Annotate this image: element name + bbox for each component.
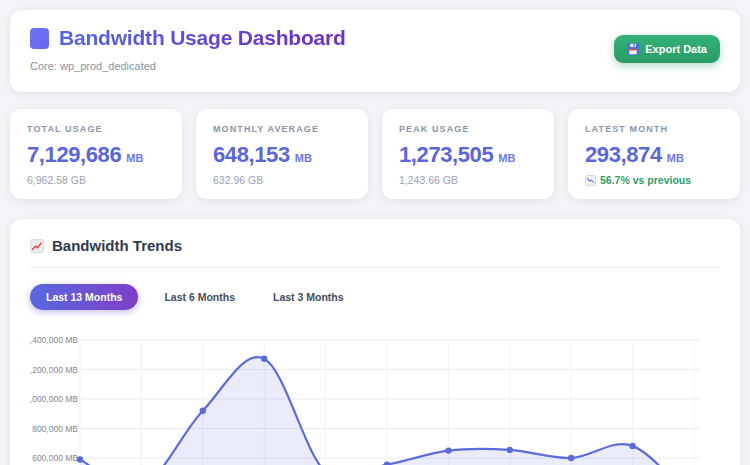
svg-text:1,400,000 MB: 1,400,000 MB <box>30 335 78 345</box>
svg-text:1,000,000 MB: 1,000,000 MB <box>30 394 78 404</box>
dashboard-page: Bandwidth Usage Dashboard Core: wp_prod_… <box>0 0 750 465</box>
stat-subvalue: 632.96 GB <box>213 174 351 186</box>
stat-subvalue: 1,243.66 GB <box>399 174 537 186</box>
stat-unit: MB <box>126 152 143 164</box>
tab-last-3-months[interactable]: Last 3 Months <box>261 285 356 309</box>
page-title: Bandwidth Usage Dashboard <box>59 26 346 50</box>
trends-header: Bandwidth Trends <box>30 237 720 254</box>
chart-decreasing-icon <box>585 175 596 186</box>
header-card: Bandwidth Usage Dashboard Core: wp_prod_… <box>10 10 740 92</box>
title-row: Bandwidth Usage Dashboard <box>30 26 346 50</box>
floppy-disk-icon <box>627 43 639 55</box>
svg-text:600,000 MB: 600,000 MB <box>32 453 78 463</box>
stat-card-total-usage: TOTAL USAGE 7,129,686 MB 6,962.58 GB <box>10 109 182 199</box>
stat-value: 648,153 <box>213 142 290 168</box>
stat-card-peak-usage: PEAK USAGE 1,273,505 MB 1,243.66 GB <box>382 109 554 199</box>
stats-row: TOTAL USAGE 7,129,686 MB 6,962.58 GB MON… <box>10 109 740 199</box>
svg-text:800,000 MB: 800,000 MB <box>32 424 78 434</box>
stat-unit: MB <box>295 152 312 164</box>
export-button-label: Export Data <box>645 43 707 55</box>
header-left: Bandwidth Usage Dashboard Core: wp_prod_… <box>30 26 346 72</box>
chart-increasing-icon <box>30 239 44 253</box>
stat-label: LATEST MONTH <box>585 124 723 134</box>
bandwidth-trends-card: Bandwidth Trends Last 13 Months Last 6 M… <box>10 219 740 465</box>
svg-text:1,200,000 MB: 1,200,000 MB <box>30 365 78 375</box>
core-subtitle: Core: wp_prod_dedicated <box>30 60 346 72</box>
stat-label: MONTHLY AVERAGE <box>213 124 351 134</box>
indigo-square-icon <box>30 28 49 49</box>
stat-subvalue: 6,962.58 GB <box>27 174 165 186</box>
stat-unit: MB <box>498 152 515 164</box>
stat-unit: MB <box>667 152 684 164</box>
stat-label: TOTAL USAGE <box>27 124 165 134</box>
trend-chart-svg[interactable]: 1,400,000 MB1,200,000 MB1,000,000 MB800,… <box>30 326 720 465</box>
stat-change: 56.7% vs previous <box>585 174 723 186</box>
tab-last-6-months[interactable]: Last 6 Months <box>152 285 247 309</box>
trend-range-tabs: Last 13 Months Last 6 Months Last 3 Mont… <box>30 284 720 310</box>
trends-title: Bandwidth Trends <box>52 237 182 254</box>
export-data-button[interactable]: Export Data <box>614 35 720 63</box>
divider <box>30 267 720 268</box>
stat-value: 1,273,505 <box>399 142 493 168</box>
bandwidth-trend-chart[interactable]: 1,400,000 MB1,200,000 MB1,000,000 MB800,… <box>30 326 720 465</box>
stat-change-text: 56.7% vs previous <box>600 174 691 186</box>
stat-label: PEAK USAGE <box>399 124 537 134</box>
stat-card-monthly-average: MONTHLY AVERAGE 648,153 MB 632.96 GB <box>196 109 368 199</box>
stat-card-latest-month: LATEST MONTH 293,874 MB 56.7% vs previou… <box>568 109 740 199</box>
stat-value: 293,874 <box>585 142 662 168</box>
stat-value: 7,129,686 <box>27 142 121 168</box>
tab-last-13-months[interactable]: Last 13 Months <box>30 284 138 310</box>
